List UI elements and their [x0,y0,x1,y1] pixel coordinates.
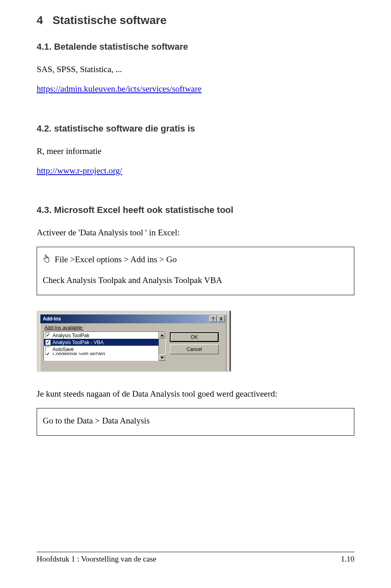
subsection-title: Betalende statistische software [54,42,188,52]
list-item: ✓ Analysis ToolPak - VBA [44,339,165,346]
section-heading: 4 Statistische software [37,14,354,27]
list-item-label: AutoSave [53,347,74,352]
dialog-title: Add-Ins [43,316,61,322]
box-text: Go to the Data > Data Analysis [43,415,348,426]
scroll-down-icon[interactable] [159,354,165,361]
page-footer: Hoofdstuk 1 : Voorstelling van de case 1… [37,552,354,564]
link-kuleuven[interactable]: https://admin.kuleuven.be/icts/services/… [37,84,202,94]
footer-rule [37,552,354,552]
footer-chapter: Hoofdstuk 1 : Voorstelling van de case [37,555,156,564]
checkbox-icon[interactable]: ✓ [45,340,51,345]
footer-page-number: 1.10 [341,555,354,564]
subsection-heading: 4.1. Betalende statistische software [37,42,354,52]
available-label: Add-Ins available: [44,325,223,331]
ok-button[interactable]: OK [170,332,219,342]
body-text: Activeer de 'Data Analysis tool ' in Exc… [37,227,354,238]
list-item-label: Analysis ToolPak - VBA [53,340,103,345]
subsection-number: 4.1. [37,42,52,52]
dialog-titlebar: Add-Ins ? X [40,314,226,323]
subsection-title: statistische software die gratis is [54,123,195,134]
scroll-up-icon[interactable] [159,332,165,338]
hand-pointer-icon [43,254,50,265]
checkbox-icon[interactable]: ✓ [45,333,51,338]
list-item: ✓ Analysis ToolPak [44,332,165,339]
subsection-number: 4.2. [37,123,52,134]
box-text: Check Analysis Toolpak and Analysis Tool… [43,274,348,286]
close-button[interactable]: X [217,316,225,322]
subsection-title: Microsoft Excel heeft ook statistische t… [54,205,233,215]
cancel-button[interactable]: Cancel [170,344,219,354]
addins-dialog-screenshot: Add-Ins ? X Add-Ins available: ✓ Analysi… [37,311,231,371]
instruction-box: Go to the Data > Data Analysis [37,408,354,436]
list-item-label: Analysis ToolPak [53,333,90,338]
checkbox-icon[interactable] [45,347,51,352]
list-item: AutoSave [44,346,165,353]
checkbox-icon[interactable]: ✓ [45,353,51,355]
list-item-label: Conditional Sum Wizard [53,353,105,355]
help-button[interactable]: ? [209,316,217,322]
section-title: Statistische software [53,14,167,26]
list-item: ✓ Conditional Sum Wizard [44,353,165,355]
subsection-heading: 4.2. statistische software die gratis is [37,123,354,134]
link-rproject[interactable]: http://www.r-project.org/ [37,166,122,176]
subsection-number: 4.3. [37,205,52,215]
scrollbar[interactable] [158,332,165,361]
instruction-box: File >Excel options > Add ins > Go Check… [37,247,354,296]
body-text: Je kunt steeds nagaan of de Data Analysi… [37,388,354,399]
body-text: R, meer informatie [37,145,354,157]
addins-listbox[interactable]: ✓ Analysis ToolPak ✓ Analysis ToolPak - … [44,331,166,361]
body-text: SAS, SPSS, Statistica, ... [37,64,354,75]
section-number: 4 [37,14,43,26]
subsection-heading: 4.3. Microsoft Excel heeft ook statistis… [37,205,354,215]
box-text: File >Excel options > Add ins > Go [55,255,177,264]
